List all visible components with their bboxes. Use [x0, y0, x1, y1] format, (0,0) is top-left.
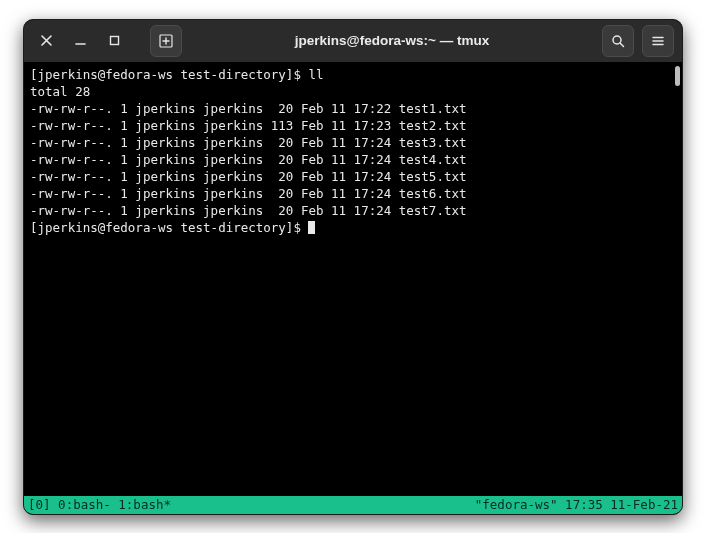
total-line: total 28 — [30, 84, 90, 99]
maximize-button[interactable] — [100, 27, 128, 55]
close-button[interactable] — [32, 27, 60, 55]
titlebar-controls-left — [32, 25, 182, 57]
file-row: -rw-rw-r--. 1 jperkins jperkins 20 Feb 1… — [30, 135, 467, 150]
cursor — [308, 221, 315, 234]
close-icon — [41, 35, 52, 46]
menu-button[interactable] — [642, 25, 674, 57]
terminal-window: jperkins@fedora-ws:~ — tmux [jperkins@fe… — [23, 19, 683, 515]
svg-rect-0 — [110, 37, 118, 45]
minimize-button[interactable] — [66, 27, 94, 55]
terminal-output: [jperkins@fedora-ws test-directory]$ ll … — [24, 62, 682, 236]
prompt-current: [jperkins@fedora-ws test-directory]$ — [30, 220, 308, 235]
file-row: -rw-rw-r--. 1 jperkins jperkins 20 Feb 1… — [30, 169, 467, 184]
titlebar: jperkins@fedora-ws:~ — tmux — [24, 20, 682, 62]
tmux-status-right: "fedora-ws" 17:35 11-Feb-21 — [475, 496, 678, 514]
tmux-status-left: [0] 0:bash- 1:bash* — [28, 496, 171, 514]
terminal-body[interactable]: [jperkins@fedora-ws test-directory]$ ll … — [24, 62, 682, 496]
file-row: -rw-rw-r--. 1 jperkins jperkins 113 Feb … — [30, 118, 467, 133]
new-tab-button[interactable] — [150, 25, 182, 57]
search-icon — [611, 34, 625, 48]
new-tab-icon — [159, 34, 173, 48]
file-row: -rw-rw-r--. 1 jperkins jperkins 20 Feb 1… — [30, 152, 467, 167]
hamburger-icon — [651, 34, 665, 48]
file-row: -rw-rw-r--. 1 jperkins jperkins 20 Feb 1… — [30, 203, 467, 218]
maximize-icon — [109, 35, 120, 46]
file-row: -rw-rw-r--. 1 jperkins jperkins 20 Feb 1… — [30, 101, 467, 116]
search-button[interactable] — [602, 25, 634, 57]
prompt-line: [jperkins@fedora-ws test-directory]$ ll — [30, 67, 324, 82]
titlebar-controls-right — [602, 25, 674, 57]
file-row: -rw-rw-r--. 1 jperkins jperkins 20 Feb 1… — [30, 186, 467, 201]
tmux-status-bar: [0] 0:bash- 1:bash* "fedora-ws" 17:35 11… — [24, 496, 682, 514]
minimize-icon — [75, 35, 86, 46]
scrollbar-thumb[interactable] — [675, 66, 680, 86]
window-title: jperkins@fedora-ws:~ — tmux — [188, 33, 596, 48]
